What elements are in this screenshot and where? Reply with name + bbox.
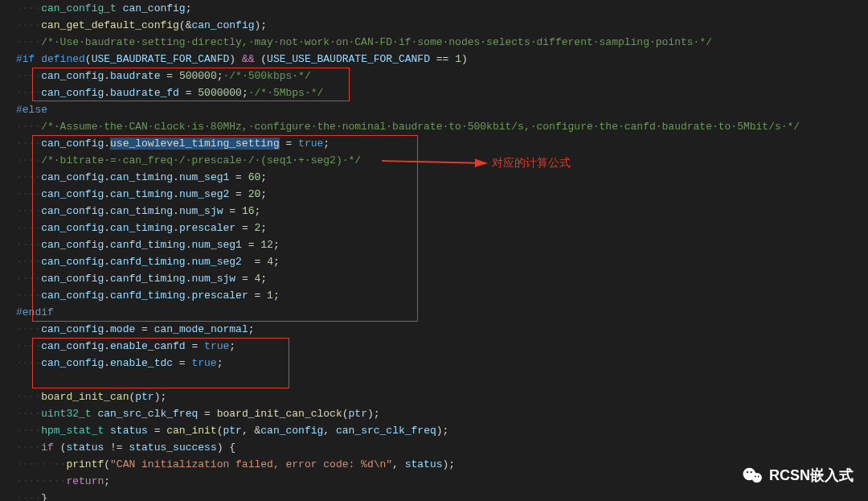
code-line[interactable]: ····can_config.mode = can_mode_normal; xyxy=(16,321,868,338)
token-id: num_seg2 xyxy=(179,188,229,200)
token-cm: /*·bitrate·=·can_freq·/·prescale·/·(seq1… xyxy=(41,154,361,166)
code-line[interactable]: ····can_config.canfd_timing.num_seg1 = 1… xyxy=(16,236,868,253)
token-op: (& xyxy=(179,19,192,31)
token-ws: ···· xyxy=(16,2,41,14)
svg-point-6 xyxy=(758,476,760,478)
token-id: ptr xyxy=(349,408,367,420)
token-kw: if xyxy=(41,441,54,454)
token-ws: ···· xyxy=(16,121,41,133)
code-line[interactable]: #else xyxy=(16,101,868,118)
token-fn: can_init xyxy=(166,425,216,437)
token-id: mode xyxy=(110,323,135,335)
gutter-line xyxy=(0,101,13,118)
token-op: ; xyxy=(217,357,223,369)
code-line[interactable]: ····can_config.can_timing.num_seg1 = 60; xyxy=(16,169,868,186)
code-line[interactable]: ········printf("CAN initialization faile… xyxy=(16,456,868,473)
token-op: ); xyxy=(367,408,380,420)
code-line[interactable]: ········return; xyxy=(16,473,868,490)
token-op: . xyxy=(104,138,110,150)
wechat-icon xyxy=(742,464,764,487)
code-line[interactable]: ····can_config.canfd_timing.num_sjw = 4; xyxy=(16,270,868,287)
token-fn: board_init_can xyxy=(41,391,129,403)
token-id: USE_BAUDRATE_FOR_CANFD xyxy=(92,53,230,65)
token-id: can_config xyxy=(41,70,104,82)
token-fn: can_get_default_config xyxy=(41,19,179,31)
token-id: num_sjw xyxy=(179,205,223,217)
token-op: ; xyxy=(273,290,280,302)
code-line[interactable]: ····board_init_can(ptr); xyxy=(16,388,868,405)
code-line[interactable] xyxy=(16,372,868,388)
code-line[interactable]: ····} xyxy=(16,490,868,501)
code-line[interactable]: ····hpm_stat_t status = can_init(ptr, &c… xyxy=(16,422,868,439)
token-op: ; xyxy=(273,256,280,268)
token-ws: ···· xyxy=(16,19,41,31)
gutter-line xyxy=(0,405,13,422)
token-id: can_config xyxy=(41,340,104,352)
token-ws: ···· xyxy=(16,425,41,437)
code-line[interactable]: ····can_config.canfd_timing.prescaler = … xyxy=(16,287,868,304)
code-line[interactable]: ····can_config.use_lowlevel_timing_setti… xyxy=(16,135,868,152)
token-op: = xyxy=(198,408,216,420)
token-ws: ···· xyxy=(16,340,41,352)
token-cm: ·/*·5Mbps·*/ xyxy=(248,87,324,99)
token-op: . xyxy=(104,340,110,352)
code-line[interactable]: ····can_config_t can_config; xyxy=(16,0,868,17)
token-op: = xyxy=(235,273,254,285)
code-line[interactable]: ····can_get_default_config(&can_config); xyxy=(16,17,868,34)
code-line[interactable]: ····can_config.canfd_timing.num_seg2 = 4… xyxy=(16,253,868,270)
token-bool: true xyxy=(204,340,229,352)
code-line[interactable]: ····can_config.can_timing.num_sjw = 16; xyxy=(16,203,868,220)
gutter-line xyxy=(0,270,13,287)
token-id: status xyxy=(405,458,443,470)
token-op: = xyxy=(223,205,241,217)
gutter-line xyxy=(0,68,13,84)
code-line[interactable]: ····can_config.baudrate_fd = 5000000;·/*… xyxy=(16,84,868,101)
code-line[interactable]: ····can_config.baudrate = 500000;·/*·500… xyxy=(16,68,868,84)
code-line[interactable]: ····/*·Assume·the·CAN·clock·is·80MHz,·co… xyxy=(16,118,868,135)
token-op: ) xyxy=(461,53,468,65)
token-op: . xyxy=(104,188,110,200)
code-line[interactable]: ····/*·Use·baudrate·setting·directly,·ma… xyxy=(16,34,868,51)
code-line[interactable]: #endif xyxy=(16,304,868,321)
token-op: ( xyxy=(255,53,268,65)
token-op: . xyxy=(104,357,110,369)
token-id: prescaler xyxy=(191,290,248,302)
token-op: ) { xyxy=(217,441,235,454)
code-line[interactable]: ····can_config.can_timing.prescaler = 2; xyxy=(16,220,868,236)
token-op: . xyxy=(173,188,179,200)
token-ws: ···· xyxy=(16,256,41,268)
token-op: ( xyxy=(342,408,349,420)
code-line[interactable]: ····can_config.enable_tdc = true; xyxy=(16,355,868,372)
token-ws: ···· xyxy=(16,36,41,48)
line-gutter xyxy=(0,0,16,501)
token-id: can_timing xyxy=(110,222,173,234)
token-op: ( xyxy=(85,53,92,65)
token-ws: ···· xyxy=(16,154,41,166)
token-op: = xyxy=(173,357,191,369)
token-ws: ···· xyxy=(16,323,41,335)
code-line[interactable]: ····if (status != status_success) { xyxy=(16,439,868,456)
token-op xyxy=(117,2,123,14)
token-op: = xyxy=(179,87,198,99)
gutter-line xyxy=(0,118,13,135)
token-id: can_config xyxy=(41,87,104,99)
code-line[interactable]: ····/*·bitrate·=·can_freq·/·prescale·/·(… xyxy=(16,152,868,169)
token-op: = xyxy=(186,340,204,352)
token-ws: ···· xyxy=(16,492,41,501)
token-ws: ···· xyxy=(16,87,41,99)
code-editor: ····can_config_t can_config;····can_get_… xyxy=(0,0,868,501)
watermark: RCSN嵌入式 xyxy=(742,464,854,487)
code-line[interactable]: ····uint32_t can_src_clk_freq = board_in… xyxy=(16,405,868,422)
watermark-text: RCSN嵌入式 xyxy=(769,466,854,485)
token-id: prescaler xyxy=(179,222,235,234)
code-line[interactable]: #if defined(USE_BAUDRATE_FOR_CANFD) && (… xyxy=(16,51,868,68)
token-id: num_seg1 xyxy=(191,239,241,251)
token-macro: #endif xyxy=(16,306,54,318)
token-op: ( xyxy=(54,441,67,454)
code-line[interactable]: ····can_config.enable_canfd = true; xyxy=(16,338,868,355)
token-op: ( xyxy=(217,425,223,437)
code-area[interactable]: ····can_config_t can_config;····can_get_… xyxy=(16,0,868,501)
code-line[interactable]: ····can_config.can_timing.num_seg2 = 20; xyxy=(16,186,868,203)
gutter-line xyxy=(0,287,13,304)
token-num: 12 xyxy=(260,239,273,251)
